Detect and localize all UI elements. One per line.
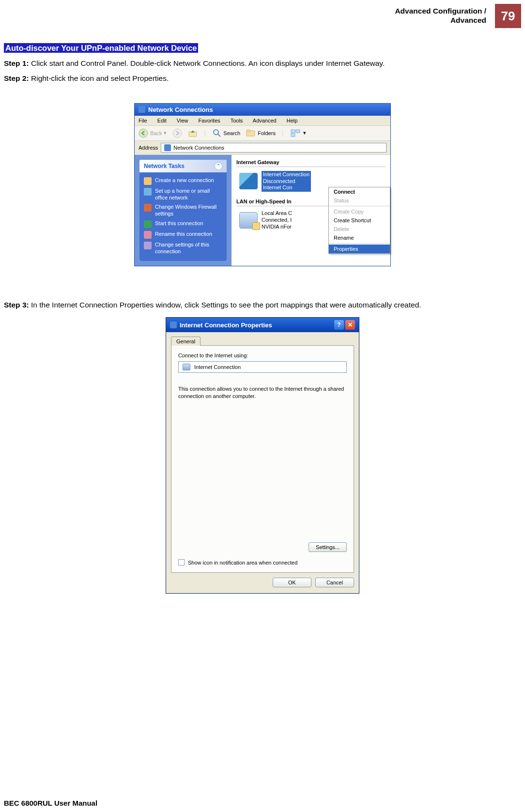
notification-checkbox-row[interactable]: Show icon in notification area when conn… [178,559,297,566]
views-button[interactable]: ▾ [291,129,306,137]
task-change-settings[interactable]: Change settings of this connection [144,240,222,257]
section-heading: Auto-discover Your UPnP-enabled Network … [4,43,198,53]
settings-button[interactable]: Settings... [309,542,347,552]
firewall-icon [144,204,152,212]
conn2-line1: Local Area C [262,210,292,216]
svg-line-4 [218,134,220,137]
cm-connect[interactable]: Connect [329,187,390,196]
cm-create-shortcut[interactable]: Create Shortcut [329,216,390,225]
cm-status: Status [329,196,390,205]
cancel-button[interactable]: Cancel [315,578,354,587]
window-title: Network Connections [148,106,213,113]
folders-label: Folders [258,130,276,136]
start-connection-icon [144,220,152,228]
search-button[interactable]: Search [213,129,240,138]
window-titlebar[interactable]: Network Connections [135,104,390,116]
checkbox-icon[interactable] [178,559,185,566]
cm-properties[interactable]: Properties [329,245,390,253]
screenshot-network-connections: Network Connections File Edit View Favor… [134,103,391,267]
menu-file[interactable]: File [139,118,147,123]
task-setup-network[interactable]: Set up a home or small office network [144,186,222,203]
content-pane: Internet Gateway Internet Connection Dis… [232,155,390,266]
forward-arrow-icon [172,128,182,138]
conn1-line1: Internet Connection [263,171,309,177]
dialog-title: Internet Connection Properties [180,322,272,329]
lan-icon [239,212,258,229]
forward-button [172,128,182,138]
group-internet-gateway: Internet Gateway [236,158,386,167]
svg-point-0 [139,129,148,138]
network-connections-icon [139,106,145,113]
setup-network-icon [144,188,152,196]
chevron-up-icon[interactable]: ⌃ [215,162,222,170]
menu-tools[interactable]: Tools [231,118,243,123]
back-button[interactable]: Back ▾ [139,128,167,138]
task-rename-connection[interactable]: Rename this connection [144,230,222,240]
svg-rect-6 [247,130,250,132]
back-label: Back [150,130,162,136]
settings-icon [144,242,152,249]
help-button[interactable]: ? [334,320,344,330]
menu-edit[interactable]: Edit [157,118,167,123]
window-body: Network Tasks ⌃ Create a new connection … [135,155,390,266]
cm-separator [329,206,390,206]
step-2: Step 2: Right-click the icon and select … [4,74,521,84]
connection-field[interactable]: Internet Connection [178,361,347,373]
task-label: Start this connection [155,220,203,227]
task-create-connection[interactable]: Create a new connection [144,176,222,186]
page-number-badge: 79 [495,4,521,28]
task-label: Change Windows Firewall settings [155,204,222,217]
svg-rect-8 [296,130,300,133]
folders-button[interactable]: Folders [246,129,276,137]
task-pane: Network Tasks ⌃ Create a new connection … [135,155,232,266]
connection-text-selected: Internet Connection Disconnected Interne… [262,171,311,192]
views-icon [291,129,301,137]
footer-text: BEC 6800RUL User Manual [4,799,97,807]
task-label: Create a new connection [155,177,214,184]
task-firewall[interactable]: Change Windows Firewall settings [144,202,222,219]
menu-bar: File Edit View Favorites Tools Advanced … [135,116,390,125]
connect-using-label: Connect to the Internet using: [178,352,347,358]
up-folder-icon [188,129,198,138]
menu-view[interactable]: View [177,118,188,123]
menu-advanced[interactable]: Advanced [253,118,277,123]
task-label: Set up a home or small office network [155,188,222,201]
context-menu: Connect Status Create Copy Create Shortc… [328,187,390,254]
step-2-text: Right-click the icon and select Properti… [29,74,169,82]
views-dropdown-icon: ▾ [303,130,306,136]
close-button[interactable]: ✕ [345,320,355,330]
header-title-line2: Advanced [450,16,486,24]
address-bar: Address Network Connections [135,141,390,155]
toolbar: Back ▾ │ Search Folders │ ▾ [135,125,390,141]
conn1-line3: Internet Con [263,184,293,190]
dialog-panel: Connect to the Internet using: Internet … [171,345,354,573]
network-tasks-header[interactable]: Network Tasks ⌃ [139,160,227,172]
step-3-text: In the Internet Connection Properties wi… [29,301,421,309]
network-tasks-title: Network Tasks [144,163,185,169]
conn1-line2: Disconnected [263,178,295,184]
header-title: Advanced Configuration / Advanced [395,7,486,25]
tab-row: General [166,332,359,345]
step-1-text: Click start and Control Panel. Double-cl… [29,59,385,67]
task-start-connection[interactable]: Start this connection [144,219,222,230]
conn2-line3: NVIDIA nFor [262,224,292,230]
cm-rename[interactable]: Rename [329,233,390,242]
network-tasks-list: Create a new connection Set up a home or… [139,172,227,261]
step-2-label: Step 2: [4,74,29,82]
dialog-icon [170,322,177,328]
search-label: Search [223,130,240,136]
toolbar-separator: │ [203,130,207,136]
menu-favorites[interactable]: Favorites [199,118,220,123]
address-field[interactable]: Network Connections [161,143,386,153]
tab-general[interactable]: General [171,337,201,346]
menu-help[interactable]: Help [287,118,298,123]
dialog-titlebar[interactable]: Internet Connection Properties ? ✕ [166,318,359,332]
rename-icon [144,231,152,239]
window-buttons: ? ✕ [334,320,355,330]
search-icon [213,129,221,138]
address-label: Address [139,145,158,151]
back-dropdown-icon: ▾ [164,130,167,136]
conn2-line2: Connected, I [262,217,292,223]
ok-button[interactable]: OK [273,578,311,587]
section-heading-wrap: Auto-discover Your UPnP-enabled Network … [4,44,521,53]
